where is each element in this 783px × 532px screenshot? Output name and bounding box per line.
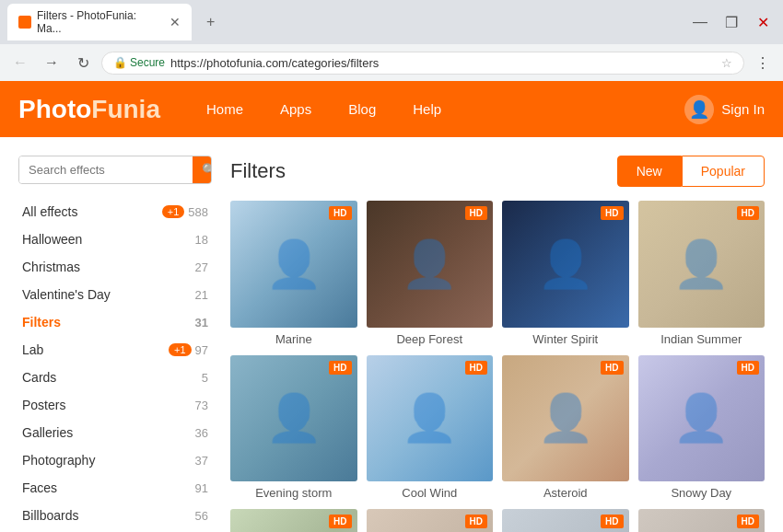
logo-funia: Funia bbox=[91, 95, 160, 123]
refresh-button[interactable]: ↻ bbox=[70, 50, 96, 75]
sidebar-item-billboards[interactable]: Billboards 56 bbox=[18, 502, 212, 529]
tab-title: Filters - PhotoFunia: Ma... bbox=[37, 9, 164, 35]
browser-extras: ⋮ bbox=[750, 50, 776, 75]
signin-label: Sign In bbox=[721, 101, 765, 117]
effect-thumb-indiansummer: 👤 HD bbox=[638, 201, 765, 328]
effect-thumb-coolwind: 👤 HD bbox=[367, 355, 494, 482]
effect-card-indiansummer[interactable]: 👤 HD Indian Summer bbox=[638, 201, 765, 346]
hd-badge-snowyday: HD bbox=[737, 361, 759, 375]
effect-name-eveningstorm: Evening storm bbox=[230, 486, 357, 500]
effect-card-asteroid[interactable]: 👤 HD Asteroid bbox=[502, 355, 629, 501]
effect-card-deepforest[interactable]: 👤 HD Deep Forest bbox=[367, 201, 494, 346]
sidebar-item-faces[interactable]: Faces 91 bbox=[18, 474, 212, 502]
hd-badge-deepforest: HD bbox=[465, 206, 487, 220]
sidebar-item-christmas[interactable]: Christmas 27 bbox=[18, 253, 212, 281]
hd-badge-eveningstorm: HD bbox=[329, 361, 351, 375]
effect-card-marine[interactable]: 👤 HD Marine bbox=[230, 201, 357, 346]
new-tab-button[interactable]: + bbox=[199, 8, 222, 36]
hd-badge-marine: HD bbox=[329, 206, 351, 220]
sidebar-item-posters[interactable]: Posters 73 bbox=[18, 391, 212, 419]
sidebar-item-photography[interactable]: Photography 37 bbox=[18, 446, 212, 474]
hd-badge-row3d: HD bbox=[737, 515, 759, 528]
sort-popular-button[interactable]: Popular bbox=[682, 156, 765, 187]
main-header: Filters New Popular bbox=[230, 156, 765, 187]
page-title: Filters bbox=[230, 159, 617, 183]
effect-card-eveningstorm[interactable]: 👤 HD Evening storm bbox=[230, 355, 357, 501]
minimize-button[interactable]: — bbox=[687, 9, 713, 35]
logo-photo: Photo bbox=[18, 95, 91, 123]
effect-name-coolwind: Cool Wind bbox=[367, 486, 494, 500]
effect-thumb-row3d: 👤 HD bbox=[638, 509, 765, 532]
secure-indicator: 🔒 Secure bbox=[113, 56, 165, 69]
maximize-button[interactable]: ❐ bbox=[719, 9, 744, 35]
extensions-button[interactable]: ⋮ bbox=[750, 50, 776, 75]
sidebar-item-filters[interactable]: Filters 31 bbox=[18, 308, 212, 336]
effect-name-snowyday: Snowy Day bbox=[638, 486, 765, 500]
effect-thumb-marine: 👤 HD bbox=[230, 201, 357, 328]
page: PhotoFunia Home Apps Blog Help 👤 Sign In… bbox=[0, 81, 783, 532]
hd-badge-coolwind: HD bbox=[465, 361, 487, 375]
effect-thumb-row3b: 👤 HD bbox=[367, 509, 494, 532]
search-box[interactable]: 🔍 bbox=[18, 156, 212, 184]
effect-name-winterspirit: Winter Spirit bbox=[502, 332, 629, 346]
sidebar-item-cards[interactable]: Cards 5 bbox=[18, 364, 212, 391]
effect-card-row3a[interactable]: 👤 HD bbox=[230, 509, 357, 532]
nav-home[interactable]: Home bbox=[188, 81, 262, 137]
alleffects-badge: +1 bbox=[162, 205, 185, 218]
back-button[interactable]: ← bbox=[7, 50, 33, 75]
effect-card-winterspirit[interactable]: 👤 HD Winter Spirit bbox=[502, 201, 629, 346]
effect-name-marine: Marine bbox=[230, 332, 357, 346]
sidebar-item-valentinesday[interactable]: Valentine's Day 21 bbox=[18, 281, 212, 308]
tab-close-button[interactable]: ✕ bbox=[169, 15, 181, 29]
effect-thumb-row3a: 👤 HD bbox=[230, 509, 357, 532]
browser-toolbar: ← → ↻ 🔒 Secure https://photofunia.com/ca… bbox=[0, 44, 783, 81]
site-header: PhotoFunia Home Apps Blog Help 👤 Sign In bbox=[0, 81, 783, 137]
hd-badge-row3a: HD bbox=[329, 515, 351, 528]
signin-button[interactable]: 👤 Sign In bbox=[684, 95, 765, 124]
browser-tab[interactable]: Filters - PhotoFunia: Ma... ✕ bbox=[7, 4, 192, 40]
effect-card-row3b[interactable]: 👤 HD bbox=[367, 509, 494, 532]
effect-card-row3d[interactable]: 👤 HD bbox=[638, 509, 765, 532]
hd-badge-row3c: HD bbox=[601, 515, 623, 528]
effect-card-coolwind[interactable]: 👤 HD Cool Wind bbox=[367, 355, 494, 501]
browser-titlebar: Filters - PhotoFunia: Ma... ✕ + — ❐ ✕ bbox=[0, 0, 783, 44]
sort-new-button[interactable]: New bbox=[617, 156, 682, 187]
effect-thumb-row3c: 👤 HD bbox=[502, 509, 629, 532]
effects-grid: 👤 HD Marine 👤 HD Deep Forest 👤 HD bbox=[230, 201, 765, 532]
browser-chrome: Filters - PhotoFunia: Ma... ✕ + — ❐ ✕ ← … bbox=[0, 0, 783, 81]
hd-badge-row3b: HD bbox=[465, 515, 487, 528]
sidebar-item-alleffects[interactable]: All effects +1 588 bbox=[18, 198, 212, 226]
sort-buttons: New Popular bbox=[617, 156, 765, 187]
effect-name-indiansummer: Indian Summer bbox=[638, 332, 765, 346]
effect-card-snowyday[interactable]: 👤 HD Snowy Day bbox=[638, 355, 765, 501]
effect-thumb-asteroid: 👤 HD bbox=[502, 355, 629, 482]
effect-thumb-winterspirit: 👤 HD bbox=[502, 201, 629, 328]
effect-thumb-snowyday: 👤 HD bbox=[638, 355, 765, 482]
tab-favicon bbox=[18, 16, 31, 29]
site-nav: Home Apps Blog Help bbox=[188, 81, 460, 137]
nav-blog[interactable]: Blog bbox=[330, 81, 394, 137]
sidebar: 🔍 All effects +1 588 Halloween 18 Christ… bbox=[18, 156, 212, 532]
hd-badge-indiansummer: HD bbox=[737, 206, 759, 220]
sidebar-item-halloween[interactable]: Halloween 18 bbox=[18, 226, 212, 253]
content-area: 🔍 All effects +1 588 Halloween 18 Christ… bbox=[0, 137, 783, 532]
effect-name-deepforest: Deep Forest bbox=[367, 332, 494, 346]
effect-name-asteroid: Asteroid bbox=[502, 486, 629, 500]
sidebar-item-galleries[interactable]: Galleries 36 bbox=[18, 419, 212, 446]
main-content: Filters New Popular 👤 HD Marine bbox=[230, 156, 765, 532]
effect-card-row3c[interactable]: 👤 HD bbox=[502, 509, 629, 532]
close-window-button[interactable]: ✕ bbox=[750, 9, 776, 35]
hd-badge-asteroid: HD bbox=[601, 361, 623, 375]
forward-button[interactable]: → bbox=[39, 50, 64, 75]
bookmark-icon[interactable]: ☆ bbox=[721, 56, 732, 70]
sidebar-item-lab[interactable]: Lab +1 97 bbox=[18, 336, 212, 364]
nav-apps[interactable]: Apps bbox=[262, 81, 330, 137]
search-input[interactable] bbox=[19, 156, 193, 183]
effect-thumb-eveningstorm: 👤 HD bbox=[230, 355, 357, 482]
site-logo[interactable]: PhotoFunia bbox=[18, 86, 160, 133]
user-icon: 👤 bbox=[684, 95, 714, 124]
address-bar[interactable]: 🔒 Secure https://photofunia.com/categori… bbox=[101, 52, 744, 75]
search-button[interactable]: 🔍 bbox=[193, 156, 212, 183]
nav-help[interactable]: Help bbox=[394, 81, 460, 137]
url-text: https://photofunia.com/categories/filter… bbox=[170, 56, 716, 70]
